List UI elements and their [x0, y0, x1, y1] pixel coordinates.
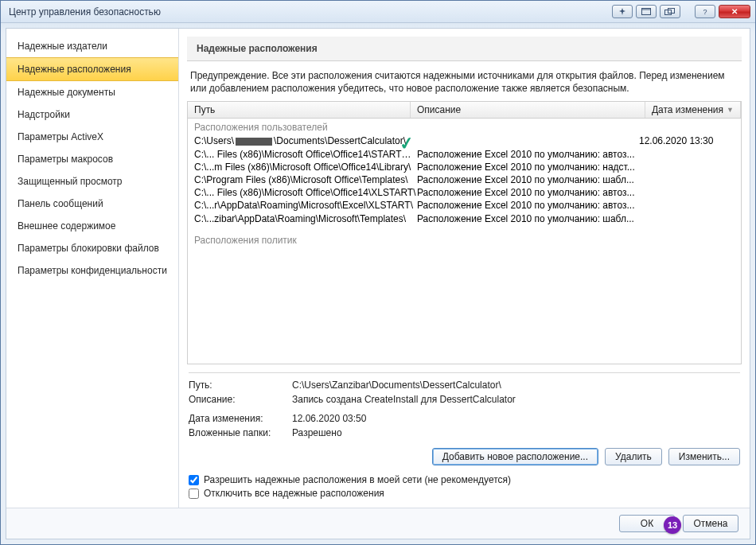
cell-path: C:\... Files (x86)\Microsoft Office\Offi… — [194, 186, 417, 199]
close-icon: ✕ — [731, 7, 738, 16]
location-buttons: Добавить новое расположение... Удалить И… — [189, 448, 740, 465]
table-body: Расположения пользователей ✓ C:\Users\\D… — [188, 119, 741, 364]
details-panel: Путь:C:\Users\Zanzibar\Documents\Dessert… — [189, 372, 740, 440]
sidebar-item-external-content[interactable]: Внешнее содержимое — [6, 215, 178, 237]
group-users: Расположения пользователей — [188, 120, 741, 134]
table-row[interactable]: C:\...zibar\AppData\Roaming\Microsoft\Te… — [188, 212, 741, 225]
cell-date — [639, 148, 735, 161]
cell-desc: Расположение Excel 2010 по умолчанию: ав… — [417, 186, 639, 199]
sidebar-item-macros[interactable]: Параметры макросов — [6, 148, 178, 170]
cell-desc: Расположение Excel 2010 по умолчанию: ав… — [417, 148, 639, 161]
cell-path: C:\...zibar\AppData\Roaming\Microsoft\Te… — [194, 212, 417, 225]
cell-date — [639, 186, 735, 199]
allow-network-checkbox[interactable] — [189, 475, 199, 485]
sidebar-item-activex[interactable]: Параметры ActiveX — [6, 126, 178, 148]
options-checks: Разрешить надежные расположения в моей с… — [189, 472, 740, 501]
cell-desc: Расположение Excel 2010 по умолчанию: ав… — [417, 199, 639, 212]
locations-table: Путь Описание Дата изменения▼ Расположен… — [187, 101, 742, 364]
cell-path: C:\Users\\Documents\DessertCalculator\ — [194, 134, 417, 147]
warning-text: Предупреждение. Все эти расположения счи… — [179, 66, 750, 99]
col-path[interactable]: Путь — [188, 102, 411, 118]
cell-desc: Расположение Excel 2010 по умолчанию: ша… — [417, 212, 639, 225]
col-date[interactable]: Дата изменения▼ — [645, 102, 741, 118]
disable-all-checkbox[interactable] — [189, 489, 199, 499]
titlebar-help-button[interactable]: ? — [695, 5, 715, 18]
cell-path: C:\...r\AppData\Roaming\Microsoft\Excel\… — [194, 199, 417, 212]
sidebar-item-addins[interactable]: Надстройки — [6, 103, 178, 126]
table-row[interactable]: C:\... Files (x86)\Microsoft Office\Offi… — [188, 186, 741, 199]
main-panel: Надежные расположения Предупреждение. Вс… — [179, 29, 750, 508]
detail-desc-label: Описание: — [189, 392, 292, 407]
sidebar-item-message-bar[interactable]: Панель сообщений — [6, 193, 178, 215]
redacted — [236, 138, 272, 146]
titlebar-cascade-icon[interactable] — [660, 5, 680, 18]
detail-desc-value: Запись создана CreateInstall для Dessert… — [292, 392, 740, 407]
cell-desc: Расположение Excel 2010 по умолчанию: ша… — [417, 173, 639, 186]
section-header: Надежные расположения — [187, 37, 742, 61]
titlebar-restore-icon[interactable] — [636, 5, 657, 18]
group-policies: Расположения политик — [188, 233, 741, 247]
detail-date-value: 12.06.2020 03:50 — [292, 411, 740, 426]
dialog-body: Надежные издатели Надежные расположения … — [6, 28, 750, 539]
detail-sub-label: Вложенные папки: — [189, 426, 292, 440]
cell-path: C:\...m Files (x86)\Microsoft Office\Off… — [194, 161, 417, 173]
add-location-button[interactable]: Добавить новое расположение... — [432, 448, 598, 465]
titlebar: Центр управления безопасностью ? ✕ — [1, 1, 755, 23]
cell-date: 12.06.2020 13:30 — [639, 134, 735, 147]
sort-indicator-icon: ▼ — [727, 106, 734, 114]
edit-location-button[interactable]: Изменить... — [668, 448, 740, 465]
allow-network-check[interactable]: Разрешить надежные расположения в моей с… — [189, 474, 740, 485]
detail-date-label: Дата изменения: — [189, 411, 292, 426]
window-title: Центр управления безопасностью — [6, 6, 612, 18]
col-desc[interactable]: Описание — [411, 102, 645, 118]
sidebar-item-locations[interactable]: Надежные расположения — [6, 57, 178, 81]
table-header: Путь Описание Дата изменения▼ — [188, 102, 741, 119]
titlebar-buttons: ? ✕ — [612, 5, 750, 18]
disable-all-check[interactable]: Отключить все надежные расположения — [189, 488, 740, 499]
sidebar-item-protected-view[interactable]: Защищенный просмотр — [6, 170, 178, 193]
cell-desc: Расположение Excel 2010 по умолчанию: на… — [417, 161, 639, 173]
columns: Надежные издатели Надежные расположения … — [6, 29, 750, 508]
sidebar: Надежные издатели Надежные расположения … — [6, 29, 179, 508]
cell-date — [639, 212, 735, 225]
table-row[interactable]: C:\...m Files (x86)\Microsoft Office\Off… — [188, 161, 741, 173]
table-row[interactable]: C:\... Files (x86)\Microsoft Office\Offi… — [188, 148, 741, 161]
cell-path: C:\... Files (x86)\Microsoft Office\Offi… — [194, 148, 417, 161]
detail-path-value: C:\Users\Zanzibar\Documents\DessertCalcu… — [292, 378, 740, 392]
cancel-button[interactable]: Отмена — [683, 515, 738, 532]
sidebar-item-publishers[interactable]: Надежные издатели — [6, 35, 178, 57]
cell-date — [639, 199, 735, 212]
titlebar-close-button[interactable]: ✕ — [719, 5, 750, 18]
cell-desc — [417, 134, 639, 147]
cell-path: C:\Program Files (x86)\Microsoft Office\… — [194, 173, 417, 186]
table-row[interactable]: C:\Program Files (x86)\Microsoft Office\… — [188, 173, 741, 186]
table-row[interactable]: C:\...r\AppData\Roaming\Microsoft\Excel\… — [188, 199, 741, 212]
remove-location-button[interactable]: Удалить — [605, 448, 662, 465]
table-row[interactable]: ✓ C:\Users\\Documents\DessertCalculator\… — [188, 134, 741, 147]
detail-path-label: Путь: — [189, 378, 292, 392]
sidebar-item-documents[interactable]: Надежные документы — [6, 81, 178, 103]
cell-date — [639, 173, 735, 186]
cell-date — [639, 161, 735, 173]
sidebar-item-privacy[interactable]: Параметры конфиденциальности — [6, 259, 178, 282]
dialog-footer: ОК Отмена 13 — [6, 508, 750, 539]
sidebar-item-file-block[interactable]: Параметры блокировки файлов — [6, 237, 178, 259]
trust-center-dialog: Центр управления безопасностью ? ✕ Надеж… — [0, 0, 756, 545]
titlebar-pin-icon[interactable] — [612, 5, 633, 18]
annotation-badge: 13 — [664, 516, 681, 534]
detail-sub-value: Разрешено — [292, 426, 740, 440]
